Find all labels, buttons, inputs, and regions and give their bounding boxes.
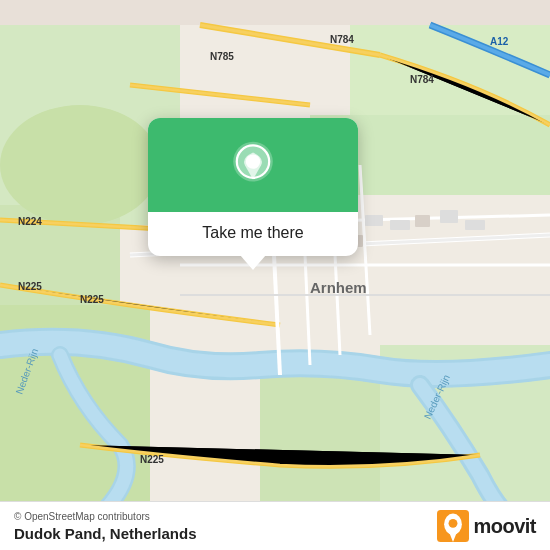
svg-text:N225: N225 (140, 454, 164, 465)
svg-text:N225: N225 (80, 294, 104, 305)
svg-text:N785: N785 (210, 51, 234, 62)
svg-text:A12: A12 (490, 36, 509, 47)
callout-icon-area (148, 118, 358, 212)
svg-rect-44 (465, 220, 485, 230)
svg-text:N784: N784 (330, 34, 354, 45)
take-me-there-button[interactable]: Take me there (186, 212, 319, 256)
svg-point-3 (0, 105, 160, 225)
svg-text:N784: N784 (410, 74, 434, 85)
location-name: Dudok Pand, Netherlands (14, 525, 197, 542)
svg-rect-40 (365, 215, 383, 226)
svg-text:N225: N225 (18, 281, 42, 292)
moovit-logo: moovit (437, 510, 536, 542)
map-container: Arnhem N785 N784 A12 N784 N224 N225 N225… (0, 0, 550, 550)
svg-rect-41 (390, 220, 410, 230)
svg-point-55 (449, 519, 458, 528)
osm-credit: © OpenStreetMap contributors (14, 511, 197, 522)
location-pin-icon (226, 140, 280, 194)
bottom-bar: © OpenStreetMap contributors Dudok Pand,… (0, 501, 550, 550)
moovit-icon (437, 510, 469, 542)
svg-text:N224: N224 (18, 216, 42, 227)
svg-text:Arnhem: Arnhem (310, 279, 367, 296)
map-background: Arnhem N785 N784 A12 N784 N224 N225 N225… (0, 0, 550, 550)
svg-rect-42 (415, 215, 430, 227)
location-callout: Take me there (148, 118, 358, 256)
bottom-left-info: © OpenStreetMap contributors Dudok Pand,… (14, 511, 197, 542)
svg-rect-43 (440, 210, 458, 223)
moovit-brand-text: moovit (473, 515, 536, 538)
